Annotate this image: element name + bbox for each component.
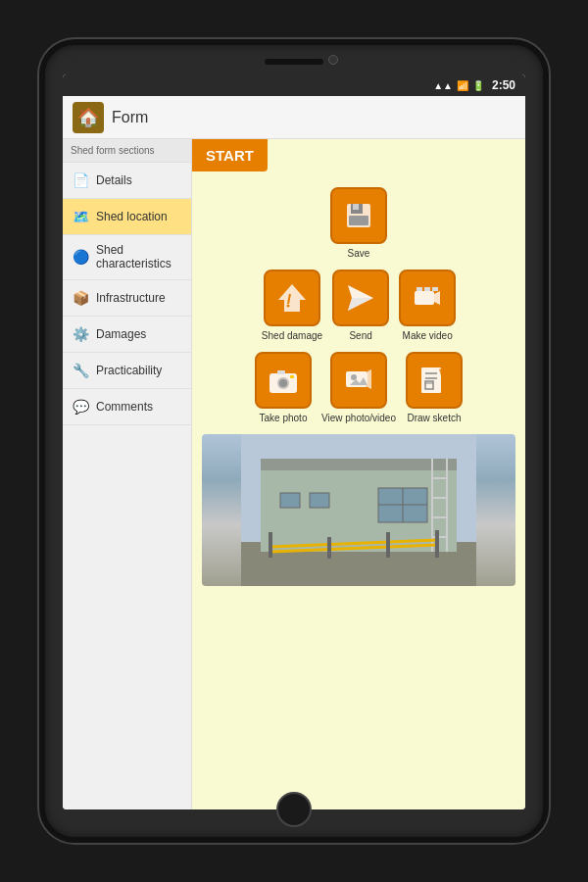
wifi-icon: 📶: [457, 80, 468, 91]
draw-sketch-button[interactable]: [406, 352, 463, 409]
practicability-icon: 🔧: [71, 361, 90, 380]
action-row-2: Shed damage Send: [202, 270, 515, 342]
action-row-3: Take photo View phot: [202, 352, 515, 424]
make-video-button[interactable]: [399, 270, 456, 326]
shed-damage-label: Shed damage: [262, 330, 322, 342]
svg-rect-9: [415, 291, 434, 305]
home-icon: 🏠: [77, 107, 99, 128]
sidebar-item-shed-characteristics[interactable]: 🔵 Shed characteristics: [63, 235, 191, 280]
svg-point-6: [287, 305, 290, 308]
shed-damage-icon: [274, 280, 310, 316]
start-button[interactable]: START: [192, 139, 268, 172]
building-photo: [202, 434, 515, 586]
svg-rect-49: [435, 530, 439, 558]
main-content: Shed form sections 📄 Details 🗺️ Shed loc…: [63, 139, 525, 809]
practicability-label: Practicability: [96, 364, 162, 377]
send-button[interactable]: [332, 270, 389, 326]
shed-damage-button[interactable]: [264, 270, 320, 326]
content-area: START: [192, 139, 525, 809]
comments-icon: 💬: [71, 397, 90, 416]
screen: ▲▲ 📶 🔋 2:50 🏠 Form Shed form sections 📄 …: [63, 74, 525, 809]
svg-rect-37: [310, 493, 329, 508]
infrastructure-label: Infrastructure: [96, 291, 166, 305]
save-button[interactable]: [330, 187, 387, 244]
take-photo-icon: [267, 364, 300, 397]
shed-location-icon: 🗺️: [71, 207, 90, 226]
make-video-icon: [411, 281, 444, 315]
svg-rect-36: [280, 493, 300, 508]
comments-label: Comments: [96, 400, 153, 414]
save-icon: [343, 200, 374, 231]
svg-rect-18: [290, 375, 294, 378]
status-time: 2:50: [492, 78, 515, 92]
infrastructure-icon: 📦: [71, 288, 90, 308]
home-button[interactable]: [276, 792, 312, 827]
svg-marker-4: [278, 284, 306, 312]
action-row-1: Save: [202, 187, 515, 260]
app-header: 🏠 Form: [63, 96, 525, 139]
svg-marker-20: [368, 369, 371, 389]
draw-sketch-label: Draw sketch: [407, 413, 461, 424]
damages-icon: ⚙️: [71, 324, 90, 344]
send-label: Send: [349, 330, 371, 342]
svg-rect-48: [386, 532, 390, 558]
view-photo-video-label: View photo/video: [321, 413, 396, 424]
sidebar-header: Shed form sections: [63, 139, 191, 163]
view-photo-video-btn-wrap: View photo/video: [321, 352, 396, 424]
svg-point-16: [279, 379, 287, 387]
sidebar: Shed form sections 📄 Details 🗺️ Shed loc…: [63, 139, 192, 809]
svg-rect-32: [261, 459, 457, 470]
svg-rect-3: [349, 216, 368, 225]
save-btn-wrap: Save: [330, 187, 387, 260]
device-frame: ▲▲ 📶 🔋 2:50 🏠 Form Shed form sections 📄 …: [39, 39, 549, 843]
sidebar-item-shed-location[interactable]: 🗺️ Shed location: [63, 199, 191, 235]
action-buttons-grid: Save: [192, 172, 525, 434]
take-photo-button[interactable]: [255, 352, 312, 409]
take-photo-label: Take photo: [260, 413, 308, 424]
svg-rect-17: [277, 370, 285, 374]
app-logo: 🏠: [73, 102, 104, 133]
signal-icon: ▲▲: [433, 80, 453, 91]
sidebar-item-comments[interactable]: 💬 Comments: [63, 389, 191, 425]
status-bar: ▲▲ 📶 🔋 2:50: [63, 74, 525, 96]
svg-rect-12: [424, 287, 430, 291]
sidebar-item-details[interactable]: 📄 Details: [63, 163, 191, 199]
sidebar-item-practicability[interactable]: 🔧 Practicability: [63, 353, 191, 389]
make-video-btn-wrap: Make video: [399, 270, 456, 342]
save-label: Save: [348, 248, 370, 260]
view-photo-video-icon: [342, 364, 375, 397]
draw-sketch-icon: [417, 364, 451, 397]
take-photo-btn-wrap: Take photo: [255, 352, 312, 424]
shed-damage-btn-wrap: Shed damage: [262, 270, 322, 342]
svg-rect-46: [269, 532, 272, 558]
details-label: Details: [96, 173, 132, 187]
shed-characteristics-icon: 🔵: [71, 247, 90, 267]
view-photo-video-button[interactable]: [330, 352, 387, 409]
sidebar-item-infrastructure[interactable]: 📦 Infrastructure: [63, 280, 191, 317]
make-video-label: Make video: [403, 330, 453, 342]
svg-rect-11: [416, 287, 422, 291]
svg-rect-47: [327, 537, 331, 559]
send-icon: [344, 281, 377, 315]
app-title: Form: [112, 109, 148, 126]
shed-location-label: Shed location: [96, 210, 168, 223]
status-icons: ▲▲ 📶 🔋 2:50: [433, 78, 515, 92]
sidebar-item-damages[interactable]: ⚙️ Damages: [63, 317, 191, 353]
shed-characteristics-label: Shed characteristics: [96, 243, 183, 271]
battery-icon: 🔋: [472, 80, 484, 91]
svg-marker-10: [434, 291, 440, 305]
svg-rect-2: [353, 204, 359, 210]
building-image: [202, 434, 515, 586]
details-icon: 📄: [71, 171, 90, 190]
svg-rect-13: [432, 287, 438, 291]
send-btn-wrap: Send: [332, 270, 389, 342]
front-camera: [328, 55, 338, 65]
draw-sketch-btn-wrap: Draw sketch: [406, 352, 463, 424]
speaker: [265, 59, 323, 65]
damages-label: Damages: [96, 327, 146, 341]
svg-marker-8: [348, 298, 373, 311]
